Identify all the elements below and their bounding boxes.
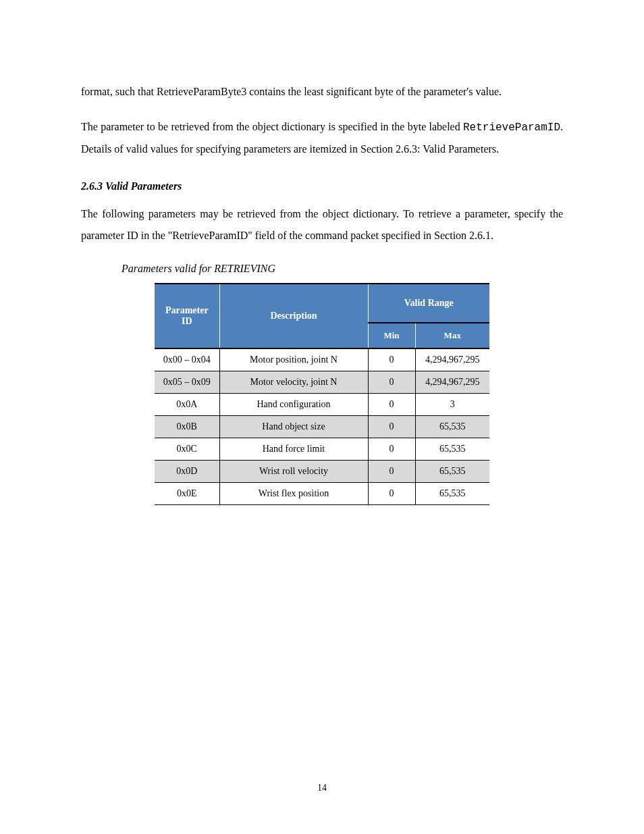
parameters-table: Parameter ID Description Valid Range Min… [155,283,489,505]
cell-min: 0 [368,416,415,438]
col-header-parameter-id: Parameter ID [155,284,219,348]
cell-min: 0 [368,461,415,483]
subsection-heading: Parameters valid for RETRIEVING [81,263,563,275]
table-container: Parameter ID Description Valid Range Min… [81,283,563,505]
cell-desc: Hand configuration [219,394,368,416]
section-intro: The following parameters may be retrieve… [81,203,563,246]
table-row: 0x0A Hand configuration 0 3 [155,394,489,416]
col-header-max: Max [415,323,489,348]
col-header-valid-range: Valid Range [368,284,489,323]
table-row: 0x05 – 0x09 Motor velocity, joint N 0 4,… [155,371,489,394]
cell-max: 65,535 [415,483,489,505]
cell-id: 0x0C [155,438,219,461]
cell-max: 3 [415,394,489,416]
cell-desc: Wrist flex position [219,483,368,505]
cell-max: 65,535 [415,416,489,438]
table-row: 0x0E Wrist flex position 0 65,535 [155,483,489,505]
table-row: 0x00 – 0x04 Motor position, joint N 0 4,… [155,348,489,371]
cell-min: 0 [368,394,415,416]
cell-desc: Motor velocity, joint N [219,371,368,394]
cell-id: 0x0A [155,394,219,416]
cell-id: 0x0D [155,461,219,483]
cell-min: 0 [368,438,415,461]
section-heading: 2.6.3 Valid Parameters [81,180,563,192]
cell-max: 65,535 [415,461,489,483]
cell-desc: Hand force limit [219,438,368,461]
cell-id: 0x05 – 0x09 [155,371,219,394]
cell-max: 4,294,967,295 [415,371,489,394]
code-inline: RetrieveParamID [463,122,560,134]
table-header-row: Parameter ID Description Valid Range [155,284,489,323]
text-fragment: The parameter to be retrieved from the o… [81,121,463,132]
table-row: 0x0B Hand object size 0 65,535 [155,416,489,438]
cell-min: 0 [368,348,415,371]
col-header-min: Min [368,323,415,348]
table-row: 0x0C Hand force limit 0 65,535 [155,438,489,461]
cell-desc: Hand object size [219,416,368,438]
table-body: 0x00 – 0x04 Motor position, joint N 0 4,… [155,348,489,505]
paragraph-continuation: format, such that RetrieveParamByte3 con… [81,81,563,103]
cell-desc: Motor position, joint N [219,348,368,371]
paragraph-retrieve-param: The parameter to be retrieved from the o… [81,116,563,160]
table-row: 0x0D Wrist roll velocity 0 65,535 [155,461,489,483]
table-head: Parameter ID Description Valid Range Min… [155,284,489,348]
page-number: 14 [0,783,644,793]
cell-id: 0x0E [155,483,219,505]
cell-desc: Wrist roll velocity [219,461,368,483]
col-header-description: Description [219,284,368,348]
cell-max: 65,535 [415,438,489,461]
document-page: format, such that RetrieveParamByte3 con… [0,0,644,566]
cell-id: 0x0B [155,416,219,438]
cell-min: 0 [368,483,415,505]
cell-max: 4,294,967,295 [415,348,489,371]
cell-min: 0 [368,371,415,394]
cell-id: 0x00 – 0x04 [155,348,219,371]
